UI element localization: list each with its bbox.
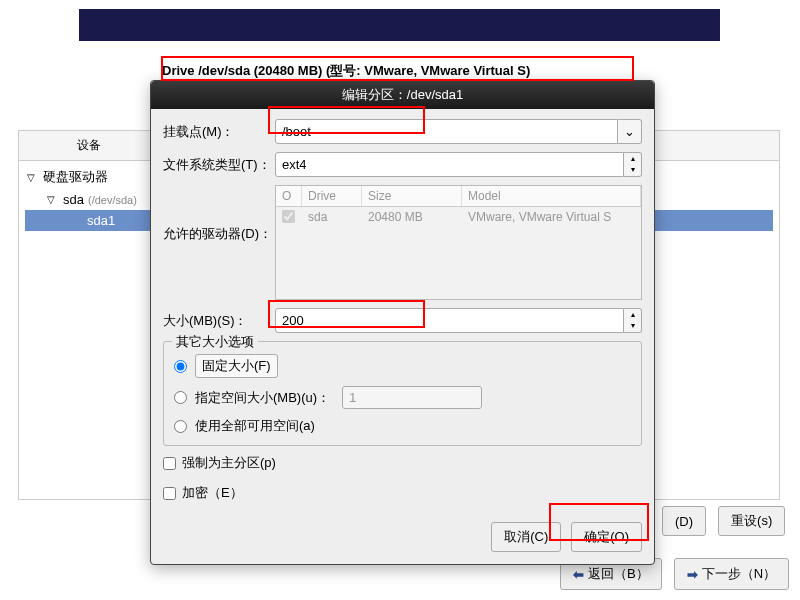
fs-type-input[interactable]: [275, 152, 624, 177]
fixed-size-radio[interactable]: [174, 360, 187, 373]
device-header-device: 设备: [19, 131, 159, 160]
fs-type-up[interactable]: ▴: [624, 153, 641, 165]
drive-info-label: Drive /dev/sda (20480 MB) (型号: VMware, V…: [162, 62, 530, 80]
other-size-options: 其它大小选项 固定大小(F) 指定空间大小(MB)(u)： 使用全部可用空间(a…: [163, 341, 642, 446]
fs-type-down[interactable]: ▾: [624, 165, 641, 177]
fill-to-input: [342, 386, 482, 409]
edit-partition-dialog: 编辑分区：/dev/sda1 挂载点(M)： ⌄ 文件系统类型(T)： ▴ ▾: [150, 80, 655, 565]
tree-sda-label: sda: [63, 192, 84, 207]
drive-size: 20480 MB: [362, 207, 462, 229]
tree-sda1-label: sda1: [87, 213, 115, 228]
drives-table: O Drive Size Model sda 20480 MB VMware, …: [275, 185, 642, 300]
force-primary-checkbox[interactable]: [163, 457, 176, 470]
force-primary-label: 强制为主分区(p): [182, 454, 276, 472]
mount-point-dropdown[interactable]: ⌄: [618, 119, 642, 144]
tree-root-label: 硬盘驱动器: [43, 168, 108, 186]
delete-button[interactable]: (D): [662, 506, 706, 536]
tree-toggle-icon[interactable]: ▽: [27, 172, 39, 183]
size-down[interactable]: ▾: [624, 321, 641, 333]
drives-header-check: O: [276, 186, 302, 206]
mount-point-label: 挂载点(M)：: [163, 123, 275, 141]
fixed-size-label: 固定大小(F): [195, 354, 278, 378]
drives-header-model: Model: [462, 186, 641, 206]
arrow-left-icon: ⬅: [573, 567, 584, 582]
drive-name: sda: [302, 207, 362, 229]
fill-max-radio[interactable]: [174, 420, 187, 433]
tree-toggle-icon[interactable]: ▽: [47, 194, 59, 205]
size-label: 大小(MB)(S)：: [163, 312, 275, 330]
fill-to-radio[interactable]: [174, 391, 187, 404]
drive-checkbox: [282, 210, 295, 223]
next-button-label: 下一步（N）: [702, 565, 776, 583]
encrypt-checkbox[interactable]: [163, 487, 176, 500]
ok-button[interactable]: 确定(O): [571, 522, 642, 552]
arrow-right-icon: ➡: [687, 567, 698, 582]
dialog-title: 编辑分区：/dev/sda1: [151, 81, 654, 109]
encrypt-label: 加密（E）: [182, 484, 243, 502]
fill-max-label: 使用全部可用空间(a): [195, 417, 315, 435]
chevron-down-icon: ⌄: [624, 124, 635, 139]
cancel-button[interactable]: 取消(C): [491, 522, 561, 552]
size-input[interactable]: [275, 308, 624, 333]
drive-model: VMware, VMware Virtual S: [462, 207, 641, 229]
drives-header-drive: Drive: [302, 186, 362, 206]
mount-point-input[interactable]: [275, 119, 618, 144]
drives-row[interactable]: sda 20480 MB VMware, VMware Virtual S: [276, 207, 641, 229]
fs-type-label: 文件系统类型(T)：: [163, 156, 275, 174]
next-button[interactable]: ➡ 下一步（N）: [674, 558, 789, 590]
tree-sda-path: (/dev/sda): [88, 194, 137, 206]
back-button-label: 返回（B）: [588, 565, 649, 583]
fill-to-label: 指定空间大小(MB)(u)：: [195, 389, 330, 407]
drives-header-size: Size: [362, 186, 462, 206]
fieldset-legend: 其它大小选项: [172, 333, 258, 351]
top-banner: [79, 9, 720, 41]
reset-button[interactable]: 重设(s): [718, 506, 785, 536]
allowed-drives-label: 允许的驱动器(D)：: [163, 185, 275, 243]
size-up[interactable]: ▴: [624, 309, 641, 321]
